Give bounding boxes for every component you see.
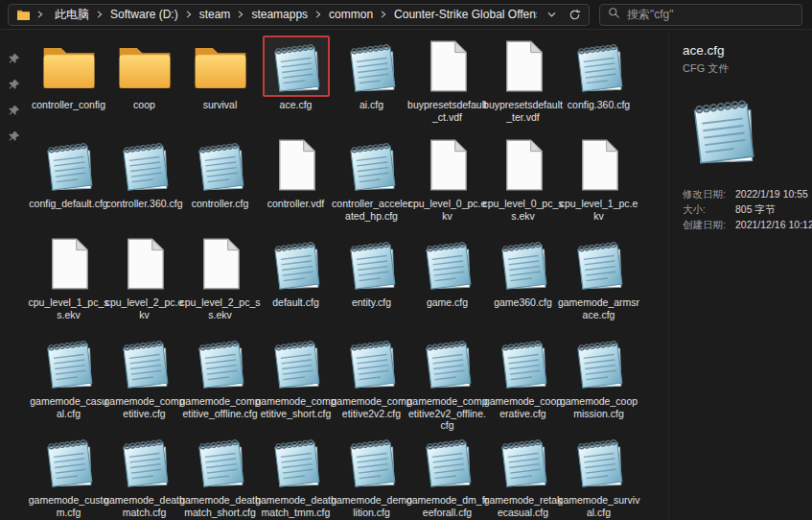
file-name: gamemode_dm_freeforall.cfg [406,494,489,518]
file-icon-box [338,134,406,196]
file-icon-box [414,233,481,295]
file-item[interactable]: gamemode_competitive2v2_offline.cfg [409,332,485,431]
file-item[interactable]: default.cfg [258,233,334,332]
file-item[interactable]: buypresetsdefault_ct.vdf [409,35,485,134]
file-icon-box [490,431,557,492]
file-item[interactable]: gamemode_armsrace.cfg [561,233,637,332]
details-properties: 修改日期: 2022/1/19 10:55 大小: 805 字节 创建日期: 2… [683,187,802,232]
file-item[interactable]: gamemode_competitive_offline.cfg [182,332,258,431]
file-item[interactable]: config.360.cfg [561,35,637,134]
file-item[interactable]: survival [182,35,258,134]
file-item[interactable]: gamemode_survival.cfg [561,431,637,520]
pin-icon[interactable] [8,105,20,117]
file-item[interactable]: gamemode_dm_freeforall.cfg [409,431,485,520]
breadcrumb-item[interactable]: Counter-Strike Global Offensive [389,7,537,22]
file-item[interactable]: gamemode_competitive.cfg [106,332,182,431]
property-value: 2021/12/16 10:12 [735,218,812,232]
file-icon-box [566,35,633,97]
file-name: cpu_level_0_pc_ss.ekv [482,198,565,222]
file-item[interactable]: gamemode_competitive_short.cfg [258,332,334,431]
file-name: gamemode_survival.cfg [558,494,640,518]
file-name: gamemode_demolition.cfg [331,494,413,518]
explorer-body: controller_config coop survival ace.cfg [0,30,812,520]
notepad-icon [343,433,401,490]
folder-icon [116,40,174,92]
file-name: coop [104,99,186,111]
file-item[interactable]: gamemode_demolition.cfg [334,431,409,520]
file-name: gamemode_custom.cfg [28,494,110,518]
file-item[interactable]: controller.360.cfg [106,134,182,233]
doc-icon [501,138,545,192]
file-item[interactable]: entity.cfg [334,233,409,332]
file-item[interactable]: cpu_level_0_pc.ekv [409,134,485,233]
breadcrumb-item[interactable]: Software (D:) [105,7,183,22]
file-item[interactable]: controller_accelerated_hp.cfg [334,134,409,233]
file-item[interactable]: gamemode_casual.cfg [31,332,106,431]
file-item[interactable]: controller_config [31,35,106,134]
breadcrumb-item[interactable]: 此电脑 [50,6,94,24]
file-item[interactable]: controller.cfg [182,134,258,233]
file-item[interactable]: ace.cfg [258,35,334,134]
pin-icon[interactable] [8,53,20,65]
file-item[interactable]: gamemode_deathmatch_tmm.cfg [258,431,334,520]
file-grid[interactable]: controller_config coop survival ace.cfg [27,30,668,520]
property-label: 大小: [683,202,735,217]
chevron-right-icon[interactable] [378,10,389,19]
search-input[interactable] [627,8,794,21]
file-item[interactable]: gamemode_deathmatch.cfg [106,431,182,520]
refresh-icon[interactable] [568,9,581,21]
file-item[interactable]: coop [106,35,182,134]
pin-icon[interactable] [8,79,20,91]
notepad-icon [192,433,249,490]
file-item[interactable]: buypresetsdefault_ter.vdf [485,35,561,134]
notepad-icon [495,433,552,490]
file-icon-box [263,134,330,196]
file-icon-box [263,431,330,492]
file-item[interactable]: cpu_level_0_pc_ss.ekv [485,134,561,233]
property-row: 大小: 805 字节 [683,202,802,217]
file-name: cpu_level_0_pc.ekv [406,198,489,222]
file-icon-box [414,35,481,97]
chevron-right-icon[interactable] [313,10,324,19]
file-name: cpu_level_2_pc.ekv [104,296,186,320]
file-name: buypresetsdefault_ct.vdf [406,99,489,123]
file-name: config_default.cfg [28,198,110,210]
address-bar[interactable]: 此电脑 Software (D:) steam steamapps [8,4,590,26]
folder-icon [16,9,31,21]
file-item[interactable]: game.cfg [409,233,485,332]
file-item[interactable]: cpu_level_2_pc_ss.ekv [182,233,258,332]
chevron-right-icon[interactable] [94,10,105,19]
chevron-right-icon[interactable] [235,10,246,19]
file-icon-box [111,134,178,196]
notepad-icon [116,433,174,490]
file-icon-box [187,233,254,295]
file-item[interactable]: config_default.cfg [31,134,106,233]
breadcrumb-item[interactable]: steamapps [246,7,313,22]
file-item[interactable]: gamemode_custom.cfg [31,431,106,520]
file-item[interactable]: gamemode_cooperative.cfg [485,332,561,431]
file-item[interactable]: gamemode_retakecasual.cfg [485,431,561,520]
file-item[interactable]: ai.cfg [334,35,409,134]
pin-icon[interactable] [8,130,20,143]
chevron-right-icon[interactable] [183,10,195,19]
file-item[interactable]: cpu_level_2_pc.ekv [106,233,182,332]
chevron-down-icon[interactable] [546,10,557,20]
doc-icon [274,138,318,192]
file-item[interactable]: gamemode_competitive2v2.cfg [334,332,409,431]
file-icon-box [35,134,103,196]
breadcrumb-item[interactable]: steam [195,7,236,22]
file-icon-box [338,233,406,295]
file-item[interactable]: controller.vdf [258,134,334,233]
file-name: cpu_level_2_pc_ss.ekv [179,296,262,320]
file-item[interactable]: game360.cfg [485,233,561,332]
notepad-icon [419,235,476,293]
file-item[interactable]: cpu_level_1_pc_ss.ekv [31,233,106,332]
search-box[interactable] [599,4,802,26]
doc-icon [47,237,91,291]
file-name: gamemode_deathmatch_short.cfg [179,494,262,518]
file-item[interactable]: gamemode_coopmission.cfg [561,332,637,431]
file-icon-box [490,134,557,196]
breadcrumb-item[interactable]: common [324,7,378,22]
file-item[interactable]: gamemode_deathmatch_short.cfg [182,431,258,520]
file-item[interactable]: cpu_level_1_pc.ekv [561,134,637,233]
